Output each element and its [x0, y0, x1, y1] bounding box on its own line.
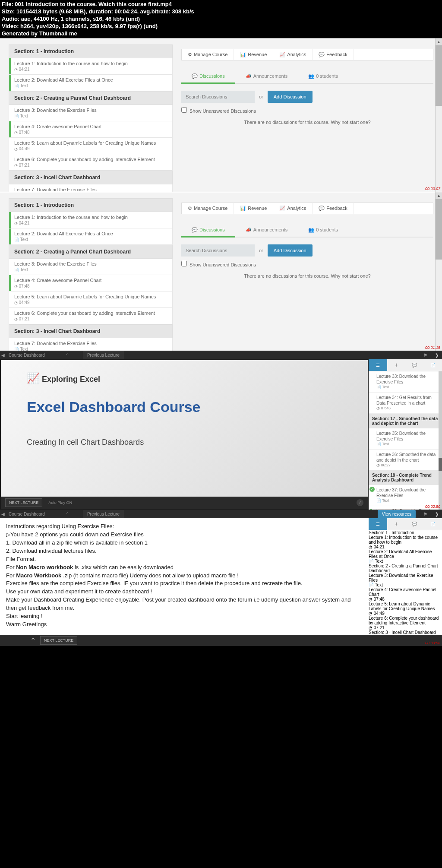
tab-students[interactable]: 👥0 students [298, 70, 348, 83]
chevron-up-icon[interactable]: ⌃ [30, 637, 36, 645]
or-label: or [259, 94, 263, 99]
lecture-item[interactable]: Lecture 2: Download All Exercise Files a… [9, 75, 173, 91]
sidebar-tab-list-icon[interactable]: ☰ [369, 359, 387, 371]
thumbnail-1: Section: 1 - IntroductionLecture 1: Intr… [0, 38, 442, 192]
tab-discussions[interactable]: 💬Discussions [181, 224, 235, 238]
lecture-item[interactable]: Lecture 4: Create awesome Pannel Chart07… [9, 121, 173, 138]
unanswered-checkbox[interactable] [181, 261, 187, 266]
lecture-item[interactable]: Lecture 1: Introduction to the course an… [9, 212, 173, 228]
section-header[interactable]: Section: 3 - Incell Chart Dashboard [9, 324, 173, 338]
flag-icon[interactable]: ⚑ [419, 512, 432, 516]
lecture-item[interactable]: Lecture 5: Learn about Dynamic Labels fo… [369, 602, 442, 616]
scrollbar[interactable]: ▲ [435, 38, 442, 192]
previous-lecture-button[interactable]: Previous Lecture [83, 351, 124, 359]
feedback-button[interactable]: Feedback [313, 49, 354, 60]
sidebar-scrollbar[interactable] [439, 371, 442, 510]
autoplay-label[interactable]: Auto Play ON [48, 501, 72, 505]
add-discussion-button[interactable]: Add Discussion [268, 244, 313, 257]
brand-logo: Exploring Excel [42, 375, 100, 383]
section-header[interactable]: Section: 1 - Introduction [9, 44, 173, 58]
next-lecture-button[interactable]: NEXT LECTURE [40, 636, 77, 645]
lecture-item[interactable]: Lecture 4: Create awesome Pannel Chart07… [9, 275, 173, 291]
lecture-text-content: Instructions regarding Using Exercise Fi… [0, 518, 369, 635]
tab-students[interactable]: 👥0 students [298, 224, 348, 237]
section-header[interactable]: Section: 3 - Incell Chart Dashboard [9, 171, 173, 184]
video-player[interactable]: 📈 Exploring Excel Excel Dashboard Course… [1, 360, 368, 509]
lecture-item[interactable]: Lecture 36: Smoothed the data and depict… [369, 450, 442, 471]
section-header[interactable]: Section: 1 - Introduction [369, 530, 442, 535]
analytics-button[interactable]: Analytics [273, 203, 313, 214]
manage-course-button[interactable]: Manage Course [182, 203, 234, 214]
tab-discussions[interactable]: 💬Discussions [181, 70, 235, 84]
check-icon[interactable]: ✓ [357, 499, 363, 506]
next-icon[interactable]: ❯ [432, 353, 442, 358]
tab-announcements[interactable]: 📣Announcements [235, 70, 298, 83]
unanswered-checkbox[interactable] [181, 107, 187, 113]
curriculum-left: Section: 1 - IntroductionLecture 1: Intr… [9, 44, 173, 212]
section-header[interactable]: Section: 3 - Incell Chart Dashboard [369, 630, 442, 635]
section-header[interactable]: Section: 2 - Creating a Pannel Chart Das… [9, 91, 173, 105]
course-dashboard-link[interactable]: Course Dashboard [6, 512, 47, 516]
lecture-item[interactable]: ✓Lecture 37: Download the Exercise Files… [369, 485, 442, 506]
section-header[interactable]: Section: 18 - Complete Trend Analysis Da… [369, 470, 442, 485]
tab-announcements[interactable]: 📣Announcements [235, 224, 298, 237]
search-discussions-input[interactable] [181, 244, 255, 257]
section-header[interactable]: Section: 17 - Smoothed the data and depi… [369, 414, 442, 428]
course-dashboard-link[interactable]: Course Dashboard [6, 353, 47, 358]
sidebar-tab-download-icon[interactable]: ⬇ [387, 359, 406, 371]
lecture-item[interactable]: Lecture 5: Learn about Dynamic Labels fo… [9, 138, 173, 154]
meta-audio: Audio: aac, 44100 Hz, 1 channels, s16, 4… [2, 16, 440, 23]
search-discussions-input[interactable] [181, 91, 255, 103]
sidebar-tab-doc-icon[interactable]: 📄 [424, 518, 442, 530]
course-right: Manage Course Revenue Analytics Feedback… [181, 44, 433, 212]
feedback-button[interactable]: Feedback [313, 203, 354, 214]
add-discussion-button[interactable]: Add Discussion [268, 91, 313, 103]
timestamp: 00:02:50 [425, 504, 440, 509]
lecture-item[interactable]: Lecture 2: Download All Exercise Files a… [9, 228, 173, 245]
chevron-up-icon[interactable]: ⌃ [65, 353, 70, 358]
section-header[interactable]: Section: 2 - Creating a Pannel Chart Das… [369, 564, 442, 573]
lecture-item[interactable]: Lecture 33: Download the Exercise Files📄… [369, 371, 442, 393]
scrollbar[interactable]: ▲ [435, 192, 442, 351]
back-icon[interactable]: ◀ [0, 512, 6, 516]
lecture-item[interactable]: Lecture 3: Download the Exercise Files📄 … [369, 573, 442, 587]
lecture-item[interactable]: Lecture 3: Download the Exercise FilesTe… [9, 259, 173, 275]
lecture-sidebar: ☰ ⬇ 💬 📄 Lecture 33: Download the Exercis… [369, 359, 442, 510]
lecture-item[interactable]: Lecture 1: Introduction to the course an… [9, 58, 173, 75]
lecture-item[interactable]: Lecture 6: Complete your dashboard by ad… [9, 154, 173, 171]
chevron-up-icon[interactable]: ⌃ [65, 512, 70, 516]
section-header[interactable]: Section: 1 - Introduction [9, 198, 173, 212]
lecture-item[interactable]: Lecture 3: Download the Exercise FilesTe… [9, 105, 173, 121]
flag-icon[interactable]: ⚑ [419, 353, 432, 358]
sidebar-tab-list-icon[interactable]: ☰ [369, 518, 387, 530]
meta-video: Video: h264, yuv420p, 1366x642, 258 kb/s… [2, 23, 440, 30]
previous-lecture-button[interactable]: Previous Lecture [83, 510, 124, 518]
unanswered-label: Show Unanswered Discussions [189, 108, 256, 114]
sidebar-tab-chat-icon[interactable]: 💬 [405, 518, 424, 530]
sidebar-tab-doc-icon[interactable]: 📄 [424, 359, 442, 371]
file-meta: File: 001 Introduction to the course. Wa… [0, 0, 442, 38]
manage-course-button[interactable]: Manage Course [182, 49, 234, 60]
empty-discussions: There are no discussions for this course… [181, 120, 433, 125]
lecture-item[interactable]: Lecture 34: Get Results from Data Presen… [369, 393, 442, 414]
revenue-button[interactable]: Revenue [234, 203, 273, 214]
revenue-button[interactable]: Revenue [234, 49, 273, 60]
slide-subtitle: Creating In cell Chart Dashboards [27, 438, 144, 447]
sidebar-tab-chat-icon[interactable]: 💬 [405, 359, 424, 371]
lecture-item[interactable]: Lecture 1: Introduction to the course an… [369, 535, 442, 549]
next-icon[interactable]: ❯ [432, 512, 442, 516]
next-lecture-button[interactable]: NEXT LECTURE [5, 498, 42, 507]
lecture-item[interactable]: Lecture 6: Complete your dashboard by ad… [369, 616, 442, 630]
lecture-item[interactable]: Lecture 2: Download All Exercise Files a… [369, 549, 442, 564]
lecture-item[interactable]: Lecture 6: Complete your dashboard by ad… [9, 308, 173, 324]
section-header[interactable]: Section: 2 - Creating a Pannel Chart Das… [9, 245, 173, 259]
lecture-item[interactable]: Lecture 5: Learn about Dynamic Labels fo… [9, 291, 173, 308]
lecture-item[interactable]: Lecture 4: Create awesome Pannel Chart◔ … [369, 587, 442, 602]
view-resources-button[interactable]: View resources [378, 510, 416, 518]
analytics-button[interactable]: Analytics [273, 49, 313, 60]
timestamp: 00:01:15 [425, 345, 440, 350]
video-controls: NEXT LECTURE Auto Play ON ✓ [1, 497, 368, 509]
back-icon[interactable]: ◀ [0, 353, 6, 358]
lecture-item[interactable]: Lecture 35: Download the Exercise Files📄… [369, 428, 442, 450]
sidebar-tab-download-icon[interactable]: ⬇ [387, 518, 406, 530]
